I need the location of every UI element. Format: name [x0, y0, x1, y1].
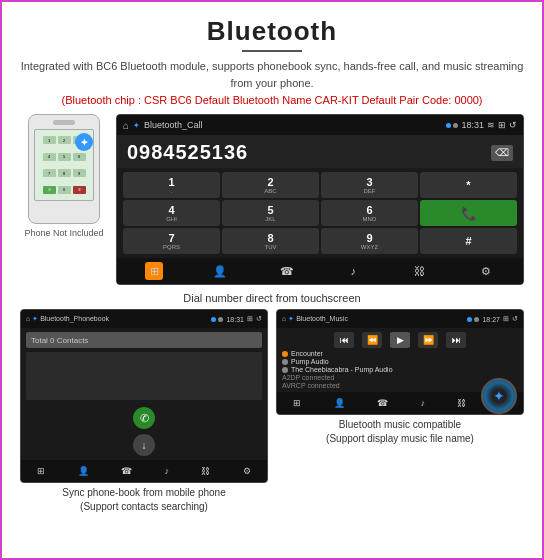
- music-track-1: Encounter: [282, 350, 518, 357]
- status-dots: [446, 123, 458, 128]
- pb-dot: [218, 317, 223, 322]
- mus-back-icon: ↺: [512, 315, 518, 323]
- key-1[interactable]: 1.: [123, 172, 220, 198]
- key-4[interactable]: 4GHI: [123, 200, 220, 226]
- dial-time: 18:31: [461, 120, 484, 130]
- phone-key: 0: [58, 186, 71, 194]
- mus-contacts-icon[interactable]: 👤: [334, 398, 345, 408]
- phonebook-header: ⌂ ✦ Bluetooth_Phonebook 18:31 ⊞ ↺: [21, 310, 267, 328]
- phone-notch: [53, 120, 75, 125]
- description-text: Integrated with BC6 Bluetooth module, su…: [20, 58, 524, 91]
- music-info-section: Encounter Pump Audio The Cheebiacabra - …: [277, 350, 523, 392]
- phone-key: 7: [43, 169, 56, 177]
- status-dot-blue: [446, 123, 451, 128]
- phone-key: 4: [43, 153, 56, 161]
- a2dp-status: A2DP connected: [282, 374, 518, 381]
- music-panel: ⌂ ✦ Bluetooth_Music 18:27 ⊞ ↺: [276, 309, 524, 514]
- dial-caption: Dial number direct from touchscreen: [183, 292, 360, 304]
- bluetooth-badge-icon: ✦: [75, 133, 93, 151]
- pb-status-dots: [211, 317, 223, 322]
- backspace-button[interactable]: ⌫: [491, 145, 513, 161]
- dial-header-right: 18:31 ≋ ⊞ ↺: [446, 120, 517, 130]
- home-icon: ⌂: [123, 120, 129, 131]
- key-5[interactable]: 5JKL: [222, 200, 319, 226]
- pb-contacts-icon[interactable]: 👤: [78, 466, 89, 476]
- key-call[interactable]: 📞: [420, 200, 517, 226]
- key-6[interactable]: 6MNO: [321, 200, 418, 226]
- key-3[interactable]: 3DEF: [321, 172, 418, 198]
- phone-key-end: ✆: [73, 186, 86, 194]
- dial-header: ⌂ ✦ Bluetooth_Call 18:31 ≋ ⊞ ↺: [117, 115, 523, 135]
- mus-dot: [474, 317, 479, 322]
- mus-grid-icon[interactable]: ⊞: [293, 398, 301, 408]
- music-disc: ✦: [481, 378, 517, 414]
- music-note-icon[interactable]: ♪: [344, 262, 362, 280]
- phonebook-search-bar[interactable]: Total 0 Contacts: [26, 332, 262, 348]
- key-8[interactable]: 8TUV: [222, 228, 319, 254]
- pb-link-icon[interactable]: ⛓: [201, 466, 210, 476]
- pb-settings-icon[interactable]: ⚙: [243, 466, 251, 476]
- pb-dot-blue: [211, 317, 216, 322]
- key-2[interactable]: 2ABC: [222, 172, 319, 198]
- key-hash[interactable]: #: [420, 228, 517, 254]
- home-icon-pb: ⌂: [26, 315, 30, 322]
- title-divider: [242, 50, 302, 52]
- phone-key: 6: [73, 153, 86, 161]
- import-button[interactable]: ↓: [133, 434, 155, 456]
- music-header: ⌂ ✦ Bluetooth_Music 18:27 ⊞ ↺: [277, 310, 523, 328]
- phone-key: 8: [58, 169, 71, 177]
- call-fab-button[interactable]: ✆: [133, 407, 155, 429]
- track-dot-3: [282, 367, 288, 373]
- phone-key-call: ✆: [43, 186, 56, 194]
- key-9[interactable]: 9WXYZ: [321, 228, 418, 254]
- status-dot: [453, 123, 458, 128]
- grid-icon[interactable]: ⊞: [145, 262, 163, 280]
- settings-icon[interactable]: ⚙: [477, 262, 495, 280]
- music-screen: ⌂ ✦ Bluetooth_Music 18:27 ⊞ ↺: [276, 309, 524, 415]
- mus-status-dots: [467, 317, 479, 322]
- pb-grid-icon[interactable]: ⊞: [37, 466, 45, 476]
- pb-phone-icon[interactable]: ☎: [121, 466, 132, 476]
- music-header-title: ⌂ ✦ Bluetooth_Music: [282, 315, 348, 323]
- mus-note-icon[interactable]: ♪: [420, 398, 425, 408]
- link-icon[interactable]: ⛓: [410, 262, 428, 280]
- mus-expand-icon: ⊞: [503, 315, 509, 323]
- chip-info-text: (Bluetooth chip : CSR BC6 Default Blueto…: [61, 94, 482, 106]
- key-star[interactable]: *: [420, 172, 517, 198]
- play-button[interactable]: ▶: [390, 332, 410, 348]
- pb-music-icon[interactable]: ♪: [164, 466, 169, 476]
- prev-button[interactable]: ⏮: [334, 332, 354, 348]
- phonebook-content: [26, 352, 262, 400]
- bt-icon-mus: ✦: [288, 315, 294, 322]
- phone-icon[interactable]: ☎: [278, 262, 296, 280]
- dial-number-display: 0984525136: [127, 141, 248, 164]
- mus-link-icon[interactable]: ⛓: [457, 398, 466, 408]
- bottom-panels: ⌂ ✦ Bluetooth_Phonebook 18:31 ⊞ ↺: [20, 309, 524, 514]
- keypad: 1. 2ABC 3DEF * 4GHI 5JKL: [117, 168, 523, 258]
- phonebook-panel: ⌂ ✦ Bluetooth_Phonebook 18:31 ⊞ ↺: [20, 309, 268, 514]
- phonebook-header-title: ⌂ ✦ Bluetooth_Phonebook: [26, 315, 109, 323]
- next-button[interactable]: ⏭: [446, 332, 466, 348]
- music-header-right: 18:27 ⊞ ↺: [467, 315, 518, 323]
- phone-key: 5: [58, 153, 71, 161]
- back-icon: ↺: [509, 120, 517, 130]
- track-dot-2: [282, 359, 288, 365]
- dial-number-row: 0984525136 ⌫: [117, 135, 523, 168]
- phone-image: ✦ 1 2 3 4 5 6 7 8 9: [28, 114, 100, 224]
- key-7[interactable]: 7PQRS: [123, 228, 220, 254]
- mus-phone-icon[interactable]: ☎: [377, 398, 388, 408]
- contacts-icon[interactable]: 👤: [211, 262, 229, 280]
- forward-button[interactable]: ⏩: [418, 332, 438, 348]
- dial-bottom-bar: ⊞ 👤 ☎ ♪ ⛓ ⚙: [117, 258, 523, 284]
- phone-label: Phone Not Included: [24, 228, 103, 238]
- dial-header-left: ⌂ ✦ Bluetooth_Call: [123, 120, 203, 131]
- pb-back-icon: ↺: [256, 315, 262, 323]
- music-caption: Bluetooth music compatible (Support disp…: [326, 418, 474, 446]
- home-icon-mus: ⌂: [282, 315, 286, 322]
- main-section: ✦ 1 2 3 4 5 6 7 8 9: [20, 114, 524, 285]
- bt-icon-small: ✦: [133, 121, 140, 130]
- mus-dot-blue: [467, 317, 472, 322]
- page-title: Bluetooth: [207, 16, 337, 47]
- rewind-button[interactable]: ⏪: [362, 332, 382, 348]
- phone-key: 1: [43, 136, 56, 144]
